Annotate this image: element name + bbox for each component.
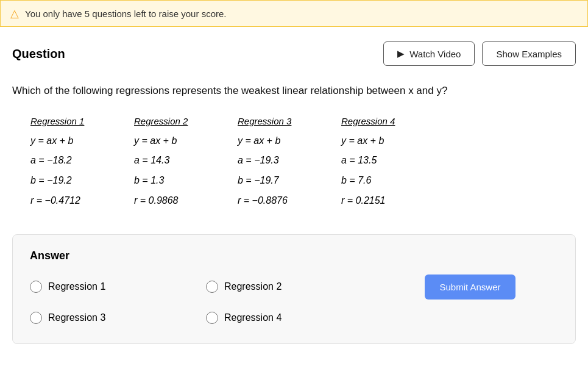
- regression-4-a: a = 13.5: [341, 152, 420, 170]
- show-examples-button[interactable]: Show Examples: [482, 41, 576, 66]
- answer-grid: Regression 1 Regression 2 Submit Answer …: [30, 274, 558, 324]
- option-regression-2-label: Regression 2: [224, 281, 282, 292]
- regression-col-3: Regression 3 y = ax + b a = −19.3 b = −1…: [238, 116, 317, 212]
- regression-1-a: a = −18.2: [30, 152, 110, 170]
- regression-4-r: r = 0.2151: [341, 192, 420, 210]
- regression-3-formula: y = ax + b: [238, 132, 317, 150]
- warning-icon: △: [10, 7, 19, 20]
- option-regression-1[interactable]: Regression 1: [30, 281, 206, 293]
- regression-4-formula: y = ax + b: [341, 132, 420, 150]
- radio-regression-3[interactable]: [30, 312, 42, 324]
- regression-3-r: r = −0.8876: [238, 192, 317, 210]
- regression-1-formula: y = ax + b: [30, 132, 110, 150]
- regression-1-r: r = −0.4712: [30, 192, 110, 210]
- main-content: Question ▶ Watch Video Show Examples Whi…: [0, 27, 588, 356]
- option-regression-3-label: Regression 3: [48, 312, 105, 323]
- watch-video-button[interactable]: ▶ Watch Video: [383, 41, 475, 66]
- regression-1-title: Regression 1: [30, 116, 110, 126]
- regression-1-b: b = −19.2: [30, 172, 110, 190]
- option-regression-3[interactable]: Regression 3: [30, 312, 206, 324]
- option-regression-4-label: Regression 4: [224, 312, 282, 323]
- play-icon: ▶: [397, 48, 405, 59]
- question-text: Which of the following regressions repre…: [12, 83, 576, 99]
- warning-text: You only have 5 questions left to raise …: [25, 9, 226, 19]
- radio-regression-1[interactable]: [30, 281, 42, 293]
- show-examples-label: Show Examples: [496, 49, 562, 59]
- radio-regression-2[interactable]: [206, 281, 218, 293]
- regression-2-r: r = 0.9868: [134, 192, 213, 210]
- regression-2-formula: y = ax + b: [134, 132, 213, 150]
- question-header: Question ▶ Watch Video Show Examples: [12, 41, 576, 66]
- regression-2-b: b = 1.3: [134, 172, 213, 190]
- regression-4-b: b = 7.6: [341, 172, 420, 190]
- option-regression-1-label: Regression 1: [48, 281, 105, 292]
- regression-3-a: a = −19.3: [238, 152, 317, 170]
- watch-video-label: Watch Video: [409, 49, 461, 59]
- radio-regression-4[interactable]: [206, 312, 218, 324]
- header-buttons: ▶ Watch Video Show Examples: [383, 41, 576, 66]
- question-label: Question: [12, 47, 65, 61]
- option-regression-4[interactable]: Regression 4: [206, 312, 382, 324]
- regression-col-2: Regression 2 y = ax + b a = 14.3 b = 1.3…: [134, 116, 213, 212]
- answer-section: Answer Regression 1 Regression 2 Submit …: [12, 234, 576, 344]
- regression-2-a: a = 14.3: [134, 152, 213, 170]
- option-regression-2[interactable]: Regression 2: [206, 281, 382, 293]
- regression-col-4: Regression 4 y = ax + b a = 13.5 b = 7.6…: [341, 116, 420, 212]
- answer-label: Answer: [30, 249, 558, 262]
- regression-3-title: Regression 3: [238, 116, 317, 126]
- regression-3-b: b = −19.7: [238, 172, 317, 190]
- regression-4-title: Regression 4: [341, 116, 420, 126]
- warning-bar: △ You only have 5 questions left to rais…: [0, 0, 588, 27]
- regression-2-title: Regression 2: [134, 116, 213, 126]
- submit-answer-button[interactable]: Submit Answer: [425, 274, 515, 300]
- regressions-table: Regression 1 y = ax + b a = −18.2 b = −1…: [12, 116, 576, 212]
- regression-col-1: Regression 1 y = ax + b a = −18.2 b = −1…: [30, 116, 110, 212]
